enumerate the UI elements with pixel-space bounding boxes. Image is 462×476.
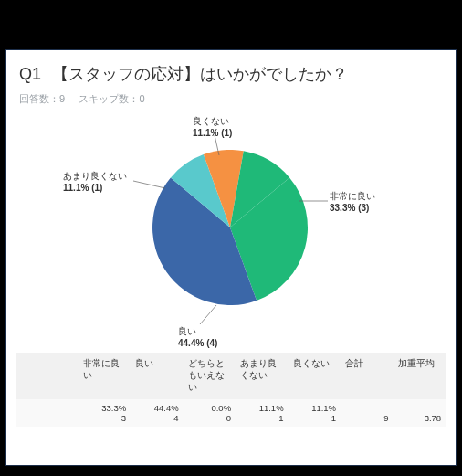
td-label — [16, 399, 79, 427]
label-not-so-good-name: あまり良くない — [63, 170, 127, 182]
label-good-name: 良い — [178, 325, 217, 337]
response-summary: 回答数：9 スキップ数：0 — [19, 92, 443, 106]
label-good-pct: 44.4% (4) — [178, 337, 217, 349]
responses-count: 9 — [59, 93, 65, 104]
label-bad: 良くない 11.1% (1) — [193, 115, 232, 139]
label-very-good-name: 非常に良い — [330, 190, 375, 202]
td-very-good: 33.3%3 — [79, 399, 131, 427]
label-not-so-good: あまり良くない 11.1% (1) — [63, 170, 127, 194]
td-total: 9 — [341, 399, 394, 427]
responses-label: 回答数： — [19, 93, 59, 104]
result-panel: Q1 【スタッフの応対】はいかがでしたか？ 回答数：9 スキップ数：0 — [5, 49, 457, 466]
td-neutral: 0.0%0 — [184, 399, 236, 427]
td-not-so-good: 11.1%1 — [236, 399, 289, 427]
question-title: 【スタッフの応対】はいかがでしたか？ — [52, 63, 348, 85]
svg-line-2 — [133, 181, 165, 188]
td-good: 44.4%4 — [131, 399, 184, 427]
skips-label: スキップ数： — [79, 93, 139, 104]
pie-chart: 非常に良い 33.3% (3) 良い 44.4% (4) あまり良くない 11.… — [6, 110, 456, 347]
label-good: 良い 44.4% (4) — [178, 325, 217, 349]
label-not-so-good-pct: 11.1% (1) — [63, 182, 127, 194]
th-very-good: 非常に良い — [79, 353, 131, 399]
td-weighted: 3.78 — [394, 399, 447, 427]
table-header-row: 非常に良い 良い どちらともいえない あまり良くない 良くない 合計 加重平均 — [16, 353, 446, 399]
th-total: 合計 — [341, 353, 394, 399]
th-bad: 良くない — [289, 353, 341, 399]
question-header: Q1 【スタッフの応対】はいかがでしたか？ 回答数：9 スキップ数：0 — [6, 50, 456, 110]
th-good: 良い — [131, 353, 184, 399]
th-blank — [16, 353, 79, 399]
skips-count: 0 — [139, 93, 144, 104]
table-row: 33.3%3 44.4%4 0.0%0 11.1%1 11.1%1 9 3.78 — [16, 399, 446, 427]
results-table: 非常に良い 良い どちらともいえない あまり良くない 良くない 合計 加重平均 … — [16, 353, 446, 427]
td-bad: 11.1%1 — [289, 399, 341, 427]
th-weighted: 加重平均 — [394, 353, 447, 399]
label-bad-name: 良くない — [193, 115, 232, 127]
leader-lines — [6, 110, 454, 347]
th-neutral: どちらともいえない — [184, 353, 236, 399]
th-not-so-good: あまり良くない — [236, 353, 289, 399]
svg-line-1 — [200, 305, 216, 324]
label-very-good: 非常に良い 33.3% (3) — [330, 190, 375, 214]
question-number: Q1 — [19, 65, 41, 84]
label-very-good-pct: 33.3% (3) — [330, 202, 375, 214]
label-bad-pct: 11.1% (1) — [193, 127, 232, 139]
